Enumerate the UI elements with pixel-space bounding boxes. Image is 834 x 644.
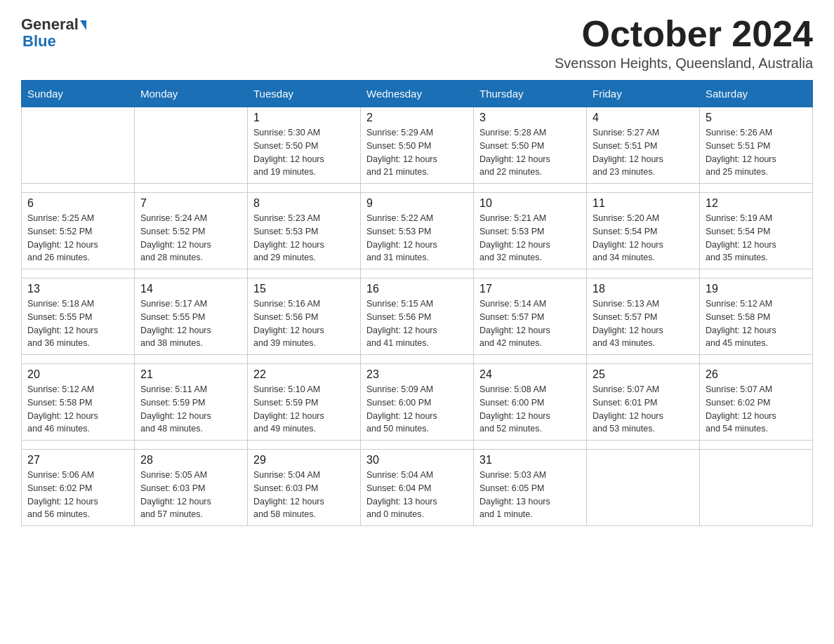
logo: General Blue <box>21 14 86 49</box>
calendar-cell: 4Sunrise: 5:27 AM Sunset: 5:51 PM Daylig… <box>587 107 700 184</box>
week-divider <box>22 184 813 193</box>
calendar-cell: 18Sunrise: 5:13 AM Sunset: 5:57 PM Dayli… <box>587 279 700 355</box>
week-divider <box>22 355 813 364</box>
calendar-cell: 24Sunrise: 5:08 AM Sunset: 6:00 PM Dayli… <box>474 364 587 441</box>
calendar-cell: 15Sunrise: 5:16 AM Sunset: 5:56 PM Dayli… <box>248 279 361 355</box>
day-number: 26 <box>706 368 807 381</box>
day-number: 10 <box>479 197 581 210</box>
day-number: 5 <box>706 112 807 124</box>
calendar-cell <box>700 450 813 526</box>
week-divider <box>22 441 813 450</box>
day-info: Sunrise: 5:23 AM Sunset: 5:53 PM Dayligh… <box>253 212 355 264</box>
calendar-cell: 23Sunrise: 5:09 AM Sunset: 6:00 PM Dayli… <box>361 364 474 441</box>
calendar-cell <box>22 107 135 184</box>
month-title: October 2024 <box>555 14 813 54</box>
day-number: 17 <box>479 283 581 295</box>
page-header: General Blue October 2024 Svensson Heigh… <box>21 14 813 72</box>
calendar-cell: 3Sunrise: 5:28 AM Sunset: 5:50 PM Daylig… <box>474 107 587 184</box>
calendar-cell: 7Sunrise: 5:24 AM Sunset: 5:52 PM Daylig… <box>135 193 248 269</box>
week-row-3: 20Sunrise: 5:12 AM Sunset: 5:58 PM Dayli… <box>22 364 813 441</box>
calendar-cell: 9Sunrise: 5:22 AM Sunset: 5:53 PM Daylig… <box>361 193 474 269</box>
day-number: 2 <box>366 112 468 124</box>
logo-blue-text: Blue <box>21 34 56 49</box>
day-info: Sunrise: 5:11 AM Sunset: 5:59 PM Dayligh… <box>140 383 241 436</box>
calendar-cell: 16Sunrise: 5:15 AM Sunset: 5:56 PM Dayli… <box>361 279 474 355</box>
day-info: Sunrise: 5:18 AM Sunset: 5:55 PM Dayligh… <box>27 297 128 350</box>
col-header-thursday: Thursday <box>474 81 587 107</box>
day-info: Sunrise: 5:08 AM Sunset: 6:00 PM Dayligh… <box>479 383 581 436</box>
day-info: Sunrise: 5:06 AM Sunset: 6:02 PM Dayligh… <box>27 469 128 521</box>
col-header-monday: Monday <box>135 81 248 107</box>
day-info: Sunrise: 5:15 AM Sunset: 5:56 PM Dayligh… <box>366 297 468 350</box>
day-number: 6 <box>27 197 128 210</box>
day-number: 21 <box>140 368 241 381</box>
day-number: 25 <box>593 368 694 381</box>
calendar-cell: 25Sunrise: 5:07 AM Sunset: 6:01 PM Dayli… <box>587 364 700 441</box>
day-info: Sunrise: 5:27 AM Sunset: 5:51 PM Dayligh… <box>593 126 694 179</box>
day-number: 16 <box>366 283 468 295</box>
week-row-2: 13Sunrise: 5:18 AM Sunset: 5:55 PM Dayli… <box>22 279 813 355</box>
day-info: Sunrise: 5:13 AM Sunset: 5:57 PM Dayligh… <box>593 297 694 350</box>
day-number: 23 <box>366 368 468 381</box>
col-header-wednesday: Wednesday <box>361 81 474 107</box>
day-number: 22 <box>253 368 355 381</box>
col-header-saturday: Saturday <box>700 81 813 107</box>
calendar-cell <box>135 107 248 184</box>
logo-triangle-icon <box>80 20 86 30</box>
day-info: Sunrise: 5:21 AM Sunset: 5:53 PM Dayligh… <box>479 212 581 264</box>
calendar-cell: 27Sunrise: 5:06 AM Sunset: 6:02 PM Dayli… <box>22 450 135 526</box>
calendar-cell: 31Sunrise: 5:03 AM Sunset: 6:05 PM Dayli… <box>474 450 587 526</box>
day-info: Sunrise: 5:28 AM Sunset: 5:50 PM Dayligh… <box>479 126 581 179</box>
calendar-cell: 26Sunrise: 5:07 AM Sunset: 6:02 PM Dayli… <box>700 364 813 441</box>
day-number: 14 <box>140 283 241 295</box>
col-header-friday: Friday <box>587 81 700 107</box>
day-info: Sunrise: 5:16 AM Sunset: 5:56 PM Dayligh… <box>253 297 355 350</box>
location-title: Svensson Heights, Queensland, Australia <box>555 55 813 72</box>
calendar-cell: 20Sunrise: 5:12 AM Sunset: 5:58 PM Dayli… <box>22 364 135 441</box>
day-info: Sunrise: 5:25 AM Sunset: 5:52 PM Dayligh… <box>27 212 128 264</box>
calendar-cell: 21Sunrise: 5:11 AM Sunset: 5:59 PM Dayli… <box>135 364 248 441</box>
week-row-4: 27Sunrise: 5:06 AM Sunset: 6:02 PM Dayli… <box>22 450 813 526</box>
logo-general-text: General <box>21 15 79 33</box>
calendar-cell: 11Sunrise: 5:20 AM Sunset: 5:54 PM Dayli… <box>587 193 700 269</box>
day-number: 12 <box>706 197 807 210</box>
calendar-cell: 6Sunrise: 5:25 AM Sunset: 5:52 PM Daylig… <box>22 193 135 269</box>
day-number: 15 <box>253 283 355 295</box>
day-number: 20 <box>27 368 128 381</box>
week-row-0: 1Sunrise: 5:30 AM Sunset: 5:50 PM Daylig… <box>22 107 813 184</box>
day-number: 4 <box>593 112 694 124</box>
calendar-cell: 17Sunrise: 5:14 AM Sunset: 5:57 PM Dayli… <box>474 279 587 355</box>
calendar-cell: 12Sunrise: 5:19 AM Sunset: 5:54 PM Dayli… <box>700 193 813 269</box>
day-number: 9 <box>366 197 468 210</box>
calendar-cell <box>587 450 700 526</box>
day-info: Sunrise: 5:17 AM Sunset: 5:55 PM Dayligh… <box>140 297 241 350</box>
day-number: 8 <box>253 197 355 210</box>
day-info: Sunrise: 5:07 AM Sunset: 6:01 PM Dayligh… <box>593 383 694 436</box>
calendar-cell: 30Sunrise: 5:04 AM Sunset: 6:04 PM Dayli… <box>361 450 474 526</box>
week-divider <box>22 269 813 279</box>
day-number: 18 <box>593 283 694 295</box>
day-info: Sunrise: 5:12 AM Sunset: 5:58 PM Dayligh… <box>706 297 807 350</box>
day-info: Sunrise: 5:05 AM Sunset: 6:03 PM Dayligh… <box>140 469 241 521</box>
calendar-header-row: SundayMondayTuesdayWednesdayThursdayFrid… <box>22 81 813 107</box>
calendar-cell: 14Sunrise: 5:17 AM Sunset: 5:55 PM Dayli… <box>135 279 248 355</box>
calendar-cell: 2Sunrise: 5:29 AM Sunset: 5:50 PM Daylig… <box>361 107 474 184</box>
calendar-cell: 29Sunrise: 5:04 AM Sunset: 6:03 PM Dayli… <box>248 450 361 526</box>
calendar-cell: 5Sunrise: 5:26 AM Sunset: 5:51 PM Daylig… <box>700 107 813 184</box>
day-number: 27 <box>27 454 128 467</box>
day-info: Sunrise: 5:29 AM Sunset: 5:50 PM Dayligh… <box>366 126 468 179</box>
day-info: Sunrise: 5:22 AM Sunset: 5:53 PM Dayligh… <box>366 212 468 264</box>
day-info: Sunrise: 5:20 AM Sunset: 5:54 PM Dayligh… <box>593 212 694 264</box>
day-number: 30 <box>366 454 468 467</box>
col-header-sunday: Sunday <box>22 81 135 107</box>
day-number: 13 <box>27 283 128 295</box>
calendar-table: SundayMondayTuesdayWednesdayThursdayFrid… <box>21 80 813 526</box>
col-header-tuesday: Tuesday <box>248 81 361 107</box>
day-info: Sunrise: 5:04 AM Sunset: 6:03 PM Dayligh… <box>253 469 355 521</box>
calendar-cell: 10Sunrise: 5:21 AM Sunset: 5:53 PM Dayli… <box>474 193 587 269</box>
day-number: 11 <box>593 197 694 210</box>
day-info: Sunrise: 5:10 AM Sunset: 5:59 PM Dayligh… <box>253 383 355 436</box>
day-number: 3 <box>479 112 581 124</box>
week-row-1: 6Sunrise: 5:25 AM Sunset: 5:52 PM Daylig… <box>22 193 813 269</box>
day-number: 29 <box>253 454 355 467</box>
